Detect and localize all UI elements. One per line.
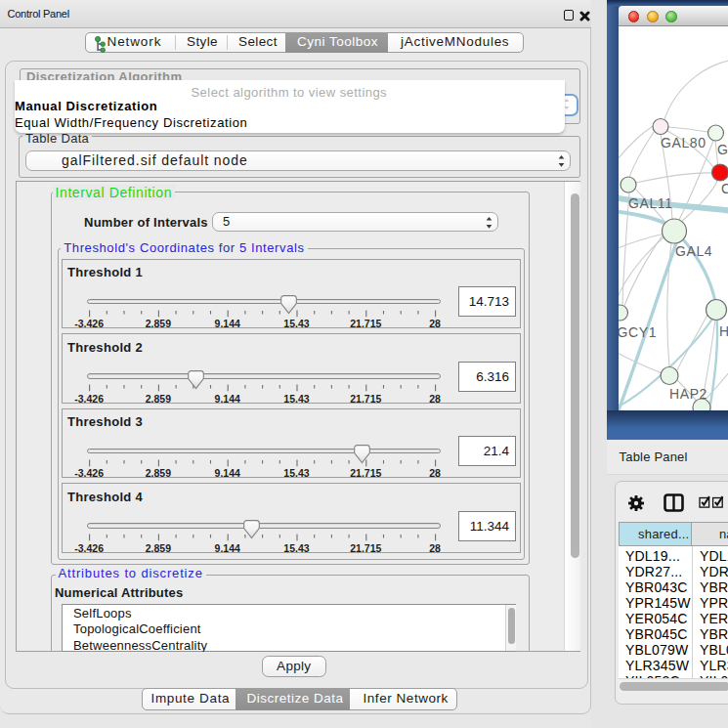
svg-text:GAL4: GAL4	[675, 243, 712, 259]
svg-text:GA: GA	[717, 142, 728, 157]
svg-text:H: H	[719, 323, 728, 339]
svg-text:GAL80: GAL80	[661, 135, 707, 150]
svg-text:GCY1: GCY1	[619, 324, 657, 340]
svg-text:C: C	[721, 181, 728, 196]
svg-text:GAL11: GAL11	[628, 195, 673, 211]
svg-text:HAP2: HAP2	[669, 386, 707, 402]
